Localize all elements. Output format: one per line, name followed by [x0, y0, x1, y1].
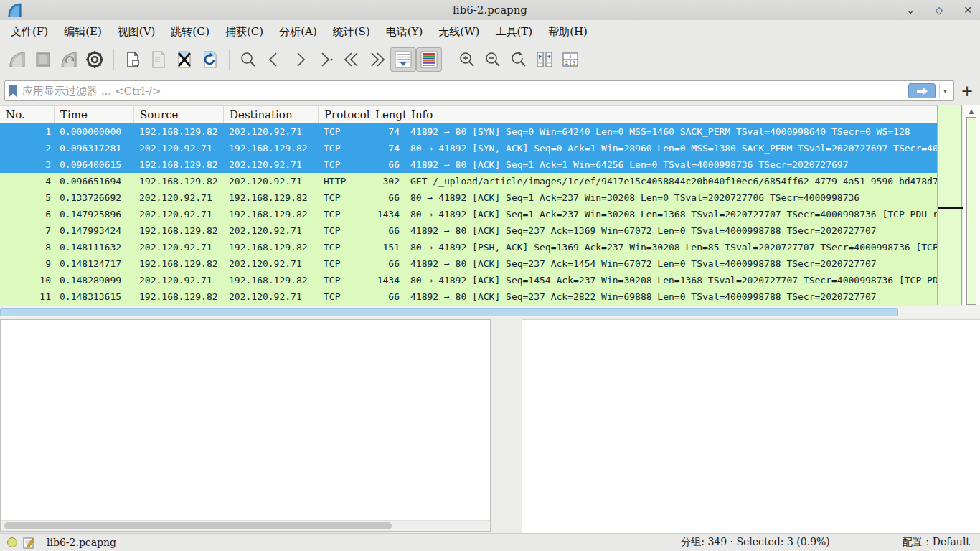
go-back-button[interactable]: [261, 47, 287, 72]
packet-row[interactable]: 30.096400615192.168.129.82202.120.92.71T…: [0, 156, 937, 173]
vertical-scrollbar-groove[interactable]: [966, 117, 976, 305]
menu-help[interactable]: 帮助(H): [540, 22, 595, 42]
packet-list-hscrollbar[interactable]: [0, 306, 980, 318]
menubar: 文件(F) 编辑(E) 视图(V) 跳转(G) 捕获(C) 分析(A) 统计(S…: [0, 20, 980, 43]
packet-details-pane[interactable]: [0, 319, 491, 532]
cell-time: 0.148289099: [55, 272, 134, 288]
cell-time: 0.147993424: [55, 222, 134, 239]
capture-comment-icon[interactable]: [23, 537, 35, 549]
go-first-button[interactable]: [339, 47, 364, 72]
stop-capture-button[interactable]: [30, 47, 56, 72]
packet-list-hscrollbar-thumb[interactable]: [0, 308, 898, 316]
cell-destination: 192.168.129.82: [224, 206, 319, 222]
menu-tools[interactable]: 工具(T): [487, 22, 540, 42]
cell-info: 41892 → 80 [ACK] Seq=237 Ack=2822 Win=69…: [405, 288, 937, 305]
intelligent-scrollbar-minimap[interactable]: [938, 105, 962, 305]
cell-info: 41892 → 80 [SYN] Seq=0 Win=64240 Len=0 M…: [405, 123, 937, 140]
chevron-left-icon: [265, 50, 283, 69]
reload-file-icon: [201, 50, 220, 69]
packet-row[interactable]: 70.147993424192.168.129.82202.120.92.71T…: [0, 222, 937, 239]
cell-destination: 202.120.92.71: [224, 255, 319, 272]
column-header-protocol[interactable]: Protocol: [319, 106, 369, 123]
restart-fin-icon: [60, 50, 78, 69]
packet-row[interactable]: 60.147925896202.120.92.71192.168.129.82T…: [0, 206, 937, 222]
maximize-button[interactable]: ◇: [933, 4, 946, 16]
status-bar: lib6-2.pcapng 分组: 349 · Selected: 3 (0.9…: [0, 533, 980, 551]
column-header-info[interactable]: Info: [405, 106, 937, 123]
go-forward-button[interactable]: [287, 47, 313, 72]
zoom-out-button[interactable]: [480, 47, 506, 72]
vertical-scrollbar[interactable]: ▲: [963, 105, 980, 305]
packet-row[interactable]: 20.096317281202.120.92.71192.168.129.82T…: [0, 140, 937, 156]
cell-source: 192.168.129.82: [134, 255, 224, 272]
packet-row[interactable]: 40.096651694192.168.129.82202.120.92.71H…: [0, 173, 937, 189]
menu-wireless[interactable]: 无线(W): [430, 22, 487, 42]
auto-scroll-button[interactable]: [390, 47, 416, 72]
cell-time: 0.148111632: [55, 239, 134, 255]
menu-edit[interactable]: 编辑(E): [56, 22, 110, 42]
column-header-destination[interactable]: Destination: [224, 106, 319, 123]
column-header-source[interactable]: Source: [134, 106, 224, 123]
toolbar-separator: [448, 49, 448, 70]
packet-row[interactable]: 50.133726692202.120.92.71192.168.129.82T…: [0, 189, 937, 206]
cell-length: 74: [369, 140, 405, 156]
save-file-button[interactable]: [146, 47, 171, 72]
reload-file-button[interactable]: [197, 47, 223, 72]
column-header-no[interactable]: No.: [0, 106, 55, 123]
close-button[interactable]: ✕: [961, 4, 974, 16]
open-file-button[interactable]: [120, 47, 146, 72]
packet-row[interactable]: 110.148313615192.168.129.82202.120.92.71…: [0, 288, 937, 305]
layout-button[interactable]: 1 2 3: [557, 47, 583, 72]
toolbar-separator: [229, 49, 230, 70]
details-hscrollbar[interactable]: [1, 520, 490, 531]
cell-length: 66: [369, 156, 405, 173]
bookmark-icon[interactable]: [8, 84, 18, 98]
menu-go[interactable]: 跳转(G): [163, 22, 217, 42]
go-last-button[interactable]: [364, 47, 390, 72]
start-capture-button[interactable]: [4, 47, 30, 72]
cell-protocol: TCP: [319, 222, 369, 239]
cell-no: 10: [0, 272, 55, 288]
zoom-in-button[interactable]: [454, 47, 480, 72]
cell-destination: 192.168.129.82: [224, 140, 319, 156]
display-filter-input[interactable]: [22, 82, 908, 100]
packet-row[interactable]: 10.000000000192.168.129.82202.120.92.71T…: [0, 123, 937, 140]
packet-rows: 10.000000000192.168.129.82202.120.92.71T…: [0, 123, 937, 305]
details-hscrollbar-thumb[interactable]: [4, 522, 392, 529]
close-file-button[interactable]: [171, 47, 197, 72]
packet-row[interactable]: 100.148289099202.120.92.71192.168.129.82…: [0, 272, 937, 288]
colorize-button[interactable]: [416, 47, 442, 72]
go-to-packet-button[interactable]: [313, 47, 339, 72]
cell-protocol: TCP: [319, 189, 369, 206]
cell-source: 202.120.92.71: [134, 239, 224, 255]
column-header-length[interactable]: Length: [369, 106, 405, 123]
find-packet-button[interactable]: [235, 47, 261, 72]
cell-info: GET /_upload/article/images/1c/ef/9417e1…: [405, 173, 937, 189]
cell-protocol: TCP: [319, 206, 369, 222]
zoom-reset-button[interactable]: [506, 47, 532, 72]
minimize-button[interactable]: ⌄: [904, 4, 917, 16]
capture-options-button[interactable]: [82, 47, 108, 72]
cell-no: 4: [0, 173, 55, 189]
packet-row[interactable]: 90.148124717192.168.129.82202.120.92.71T…: [0, 255, 937, 272]
packet-bytes-pane[interactable]: [522, 319, 980, 533]
zoom-reset-icon: [509, 50, 528, 69]
menu-file[interactable]: 文件(F): [3, 22, 56, 42]
menu-statistics[interactable]: 统计(S): [325, 22, 378, 42]
status-separator: [892, 536, 892, 549]
menu-analyze[interactable]: 分析(A): [271, 22, 325, 42]
filter-dropdown-caret[interactable]: ▾: [939, 83, 951, 98]
menu-telephony[interactable]: 电话(Y): [378, 22, 431, 42]
add-filter-button[interactable]: +: [958, 83, 976, 100]
menu-view[interactable]: 视图(V): [110, 22, 164, 42]
scroll-up-arrow-icon[interactable]: ▲: [963, 108, 980, 115]
resize-columns-button[interactable]: [532, 47, 557, 72]
cell-no: 3: [0, 156, 55, 173]
status-profile[interactable]: 配置：Default: [903, 536, 970, 549]
restart-capture-button[interactable]: [56, 47, 82, 72]
column-header-time[interactable]: Time: [55, 106, 134, 123]
packet-row[interactable]: 80.148111632202.120.92.71192.168.129.82T…: [0, 239, 937, 255]
menu-capture[interactable]: 捕获(C): [217, 22, 271, 42]
expert-info-icon[interactable]: [7, 537, 17, 547]
apply-filter-button[interactable]: [908, 83, 936, 98]
